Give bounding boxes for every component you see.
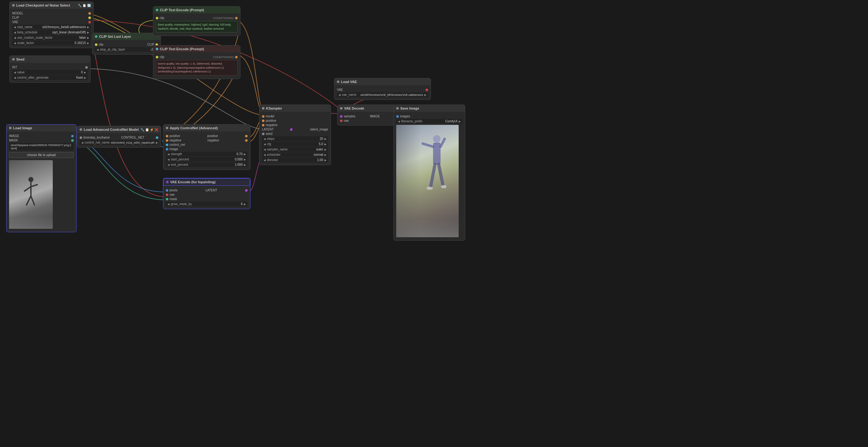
arrow-left[interactable]: ◀	[264, 148, 266, 151]
clip-text-pos-content[interactable]: {best quality, masterpiece, highres} 1gi…	[156, 21, 238, 32]
node-clip-text-negative: CLIP Text Encode (Prompt) clip CONDITION…	[153, 45, 240, 79]
arrow-right[interactable]: ▶	[244, 158, 246, 161]
port-int-out[interactable]	[85, 66, 88, 69]
node-dot	[166, 181, 168, 183]
node-clip-text-pos-title: CLIP Text Encode (Prompt)	[160, 8, 204, 12]
port-positive-in[interactable]	[262, 120, 265, 122]
arrow-right[interactable]: ▶	[84, 71, 86, 74]
port-latent-out[interactable]	[245, 189, 248, 192]
arrow-left[interactable]: ◀	[167, 158, 169, 161]
port-latent-in[interactable]	[290, 128, 292, 131]
field-sampler-name[interactable]: ◀ sampler_name euler ▶	[262, 147, 328, 152]
arrow-right[interactable]: ▶	[84, 76, 86, 79]
arrow-left[interactable]: ◀	[167, 202, 169, 206]
port-model-out[interactable]	[88, 12, 91, 15]
svg-line-11	[439, 164, 443, 186]
port-vae-out[interactable]	[426, 89, 428, 91]
arrow-left[interactable]: ◀	[14, 36, 16, 39]
clip-text-neg-content[interactable]: (worst quality, low quality: 1.4), (defo…	[156, 60, 238, 75]
port-vae-in[interactable]	[340, 120, 343, 122]
arrow-left[interactable]: ◀	[167, 153, 169, 156]
arrow-right[interactable]: ▶	[87, 31, 89, 34]
arrow-right[interactable]: ▶	[156, 141, 158, 144]
port-positive-out[interactable]	[245, 135, 248, 137]
port-vae-in[interactable]	[166, 194, 168, 196]
port-model-in[interactable]	[262, 115, 265, 118]
port-seed-in[interactable]	[262, 133, 265, 135]
port-samples-in[interactable]	[340, 115, 343, 118]
choose-file-button[interactable]: choose file to upload	[9, 152, 74, 158]
arrow-left[interactable]: ◀	[96, 48, 99, 51]
field-control-after[interactable]: ◀ control_after_generate fixed ▶	[12, 75, 88, 80]
port-timestep-in[interactable]	[80, 136, 82, 139]
field-stop-at-clip[interactable]: ◀ stop_at_clip_layer -2 ▶	[95, 47, 158, 52]
arrow-right[interactable]: ▶	[87, 41, 89, 45]
arrow-right[interactable]: ▶	[324, 142, 327, 146]
field-scheduler[interactable]: ◀ scheduler normal ▶	[262, 152, 328, 157]
port-conditioning-out[interactable]	[235, 17, 238, 19]
arrow-left[interactable]: ◀	[264, 159, 266, 162]
arrow-left[interactable]: ◀	[14, 26, 16, 29]
port-pixels-in[interactable]	[166, 189, 168, 192]
arrow-left[interactable]: ◀	[81, 141, 83, 144]
arrow-left[interactable]: ◀	[264, 142, 266, 146]
field-vae-name[interactable]: ◀ vae_name sd1/klF8Anime2VAE_klF8Anime2V…	[337, 92, 428, 97]
arrow-right[interactable]: ▶	[324, 153, 327, 156]
port-positive-in[interactable]	[166, 135, 168, 137]
port-negative-in[interactable]	[166, 139, 168, 142]
field-denoise[interactable]: ◀ denoise 1.00 ▶	[262, 158, 328, 162]
field-scale-factor[interactable]: ◀ scale_factor 0.18215 ▶	[12, 40, 91, 45]
port-image-in[interactable]	[166, 148, 168, 151]
field-seed-value[interactable]: ◀ value 0 ▶	[12, 70, 88, 74]
port-images-in[interactable]	[396, 115, 399, 118]
port-clip-in[interactable]	[156, 56, 158, 58]
port-negative-in[interactable]	[262, 124, 265, 126]
node-clip-set-last: CLIP Set Last Layer clip CLIP ◀ stop_at_…	[92, 33, 161, 55]
arrow-right[interactable]: ▶	[324, 137, 327, 140]
arrow-left[interactable]: ◀	[167, 163, 169, 166]
arrow-left[interactable]: ◀	[14, 41, 16, 45]
port-negative-out[interactable]	[245, 139, 248, 142]
arrow-left[interactable]: ◀	[264, 137, 266, 140]
arrow-right[interactable]: ▶	[424, 93, 427, 96]
arrow-right[interactable]: ▶	[87, 36, 89, 39]
port-vae-out[interactable]	[88, 21, 91, 24]
port-mask-in[interactable]	[166, 198, 168, 200]
port-image-out[interactable]	[71, 135, 74, 137]
arrow-right[interactable]: ▶	[324, 159, 327, 162]
arrow-left[interactable]: ◀	[264, 153, 266, 156]
field-end-percent[interactable]: ◀ end_percent 1.000 ▶	[166, 162, 248, 167]
field-ckpt-name[interactable]: ◀ ckpt_name sd1/toonyou_beta6.safetensor…	[12, 25, 91, 29]
field-controlnet-name[interactable]: ◀ control_net_name sd1/control_v11p_sd15…	[80, 140, 158, 145]
field-grow-mask[interactable]: ◀ grow_mask_by 6 ▶	[166, 202, 248, 206]
arrow-right[interactable]: ▶	[324, 148, 327, 151]
field-start-percent[interactable]: ◀ start_percent 0.000 ▶	[166, 157, 248, 162]
field-strength[interactable]: ◀ strength 0.70 ▶	[166, 152, 248, 156]
field-filename-prefix[interactable]: ◀ filename_prefix ComfyUI ▶	[396, 119, 462, 124]
arrow-right[interactable]: ▶	[87, 26, 89, 29]
arrow-left[interactable]: ◀	[14, 31, 16, 34]
arrow-left[interactable]: ◀	[14, 76, 16, 79]
field-cfg[interactable]: ◀ cfg 5.0 ▶	[262, 142, 328, 147]
arrow-right[interactable]: ▶	[459, 120, 461, 123]
arrow-left[interactable]: ◀	[398, 120, 400, 123]
field-steps[interactable]: ◀ steps 20 ▶	[262, 136, 328, 141]
port-controlnet-out[interactable]	[156, 136, 158, 139]
node-apply-controlnet-title: Apply ControlNet (Advanced)	[170, 126, 218, 130]
arrow-right[interactable]: ▶	[244, 202, 246, 206]
port-control-in[interactable]	[166, 143, 168, 146]
arrow-right[interactable]: ▶	[244, 163, 246, 166]
field-use-custom[interactable]: ◀ use_custom_scale_factor false ▶	[12, 35, 91, 40]
port-clip-in[interactable]	[156, 17, 158, 19]
arrow-left[interactable]: ◀	[14, 71, 16, 74]
port-clip-out[interactable]	[88, 17, 91, 19]
node-clip-text-neg-header: CLIP Text Encode (Prompt)	[153, 45, 240, 53]
port-conditioning-out[interactable]	[235, 56, 238, 58]
field-beta-schedule[interactable]: ◀ beta_schedule sqrt_linear (AnimateDiff…	[12, 30, 91, 35]
port-mask-out[interactable]	[71, 139, 74, 142]
port-clip-in[interactable]	[95, 43, 97, 46]
svg-rect-7	[433, 142, 440, 164]
arrow-left[interactable]: ◀	[338, 93, 341, 96]
arrow-right[interactable]: ▶	[244, 153, 246, 156]
node-ksampler: KSampler model positive negative LATENT …	[259, 104, 331, 165]
